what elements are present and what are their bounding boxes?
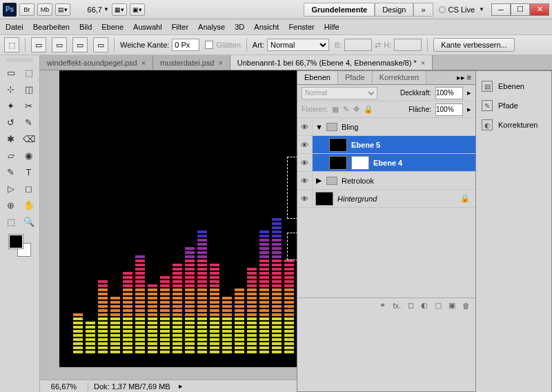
- mask-icon[interactable]: ◻: [408, 301, 414, 310]
- antialias-checkbox[interactable]: [205, 41, 213, 49]
- link-icon[interactable]: ⚭: [379, 301, 386, 310]
- screen-button[interactable]: ▣▾: [130, 3, 145, 16]
- fill-input[interactable]: [435, 104, 463, 116]
- panel-menu[interactable]: ▸▸ ≡: [453, 71, 475, 84]
- doc-tab[interactable]: musterdatei.psd×: [153, 55, 230, 70]
- sel-new[interactable]: ▭: [31, 37, 46, 52]
- menu-hilfe[interactable]: Hilfe: [324, 23, 339, 31]
- tool-2[interactable]: ⊹: [3, 81, 19, 97]
- layer-thumb[interactable]: [329, 138, 347, 152]
- sel-sub[interactable]: ▭: [72, 37, 88, 52]
- side-ebenen[interactable]: ▤Ebenen: [480, 77, 547, 96]
- close-icon[interactable]: ×: [141, 59, 146, 67]
- tab-ebenen[interactable]: Ebenen: [297, 71, 338, 84]
- tool-12[interactable]: ✎: [3, 164, 19, 179]
- refine-edge-button[interactable]: Kante verbessern...: [433, 38, 514, 52]
- tool-16[interactable]: ⊕: [3, 197, 19, 213]
- zoom-dropdown[interactable]: ▼: [75, 6, 109, 14]
- layer-row[interactable]: 👁Ebene 5: [297, 136, 475, 154]
- tool-9[interactable]: ⌫: [21, 131, 37, 146]
- tool-19[interactable]: 🔍: [21, 214, 37, 229]
- style-select[interactable]: Normal: [267, 39, 329, 51]
- layer-row[interactable]: 👁Hintergrund🔒: [297, 190, 475, 208]
- visibility-icon[interactable]: 👁: [297, 190, 313, 207]
- menu-auswahl[interactable]: Auswahl: [133, 23, 162, 31]
- visibility-icon[interactable]: 👁: [297, 136, 313, 153]
- tool-1[interactable]: ⬚: [21, 65, 37, 80]
- tool-8[interactable]: ✱: [3, 131, 19, 146]
- visibility-icon[interactable]: 👁: [297, 118, 313, 135]
- zoom-value[interactable]: [75, 6, 102, 14]
- panel-grip[interactable]: [6, 58, 34, 62]
- fg-color[interactable]: [9, 235, 23, 248]
- tool-10[interactable]: ▱: [3, 148, 19, 163]
- menu-analyse[interactable]: Analyse: [198, 23, 225, 31]
- mask-thumb[interactable]: [351, 156, 369, 170]
- sel-int[interactable]: ▭: [93, 37, 108, 52]
- tool-0[interactable]: ▭: [3, 65, 19, 80]
- layer-row[interactable]: 👁Ebene 4: [297, 154, 475, 172]
- menu-ebene[interactable]: Ebene: [101, 23, 124, 31]
- tool-15[interactable]: ◻: [21, 181, 37, 196]
- adjust-icon[interactable]: ◐: [421, 301, 428, 310]
- fold-icon[interactable]: ▼: [315, 123, 322, 131]
- cslive-button[interactable]: CS Live▼: [439, 6, 484, 14]
- minibridge-button[interactable]: Mb: [37, 3, 52, 16]
- sel-add[interactable]: ▭: [52, 37, 67, 52]
- side-pfade[interactable]: ✎Pfade: [480, 96, 547, 115]
- lock-pos-icon[interactable]: ✥: [353, 105, 359, 114]
- menu-filter[interactable]: Filter: [172, 23, 188, 31]
- tool-7[interactable]: ✎: [21, 115, 37, 130]
- doc-tab[interactable]: windeffekt-soundpegel.psd×: [40, 55, 153, 70]
- lock-trans-icon[interactable]: ▦: [332, 105, 339, 114]
- feather-input[interactable]: [172, 39, 199, 51]
- layer-row[interactable]: 👁▶Retrolook: [297, 172, 475, 190]
- tool-4[interactable]: ✦: [3, 98, 19, 113]
- visibility-icon[interactable]: 👁: [297, 154, 313, 171]
- tool-17[interactable]: ✋: [21, 197, 37, 213]
- menu-bild[interactable]: Bild: [79, 23, 92, 31]
- tab-korrekturen[interactable]: Korrekturen: [373, 71, 426, 84]
- bridge-button[interactable]: Br: [19, 3, 34, 16]
- menu-bearbeiten[interactable]: Bearbeiten: [33, 23, 70, 31]
- menu-3d[interactable]: 3D: [235, 23, 244, 31]
- minimize-button[interactable]: ─: [491, 3, 511, 16]
- trash-icon[interactable]: 🗑: [462, 302, 470, 310]
- tool-14[interactable]: ▷: [3, 181, 19, 196]
- canvas[interactable]: [59, 70, 322, 367]
- tab-pfade[interactable]: Pfade: [338, 71, 373, 84]
- workspace-design[interactable]: Design: [375, 3, 413, 17]
- maximize-button[interactable]: ☐: [511, 3, 530, 16]
- fx-icon[interactable]: fx.: [393, 302, 401, 310]
- menu-fenster[interactable]: Fenster: [288, 23, 314, 31]
- layer-thumb[interactable]: [329, 156, 347, 170]
- layer-thumb[interactable]: [315, 192, 333, 206]
- layer-row[interactable]: 👁▼Bling: [297, 118, 475, 136]
- layout-button[interactable]: ▤▾: [55, 3, 70, 16]
- doc-tab[interactable]: Unbenannt-1 bei 66,7% (Ebene 4, Ebenenma…: [230, 55, 433, 70]
- status-zoom[interactable]: 66,67%: [40, 382, 88, 391]
- close-icon[interactable]: ×: [218, 59, 222, 67]
- visibility-icon[interactable]: 👁: [297, 172, 313, 189]
- close-icon[interactable]: ×: [421, 59, 425, 67]
- tool-3[interactable]: ◫: [21, 81, 37, 97]
- fold-icon[interactable]: ▶: [315, 176, 322, 185]
- color-swatches[interactable]: [9, 235, 31, 257]
- close-button[interactable]: ✕: [530, 3, 549, 16]
- workspace-more[interactable]: »: [413, 3, 433, 17]
- new-icon[interactable]: ▣: [448, 301, 455, 310]
- side-korrekturen[interactable]: ◐Korrekturen: [480, 115, 547, 135]
- folder-icon[interactable]: ▢: [435, 301, 442, 310]
- tool-6[interactable]: ↺: [3, 115, 19, 130]
- tool-5[interactable]: ✂: [21, 98, 37, 113]
- arrange-button[interactable]: ▦▾: [112, 3, 127, 16]
- tool-preset[interactable]: ⬚: [4, 37, 19, 52]
- lock-all-icon[interactable]: 🔒: [364, 105, 373, 114]
- lock-pixel-icon[interactable]: ✎: [343, 105, 349, 114]
- opacity-input[interactable]: [435, 87, 463, 99]
- tool-18[interactable]: ⬚: [3, 214, 19, 229]
- workspace-grundelemente[interactable]: Grundelemente: [304, 3, 375, 17]
- menu-ansicht[interactable]: Ansicht: [254, 23, 279, 31]
- tool-11[interactable]: ◉: [21, 148, 37, 163]
- menu-datei[interactable]: Datei: [6, 23, 23, 31]
